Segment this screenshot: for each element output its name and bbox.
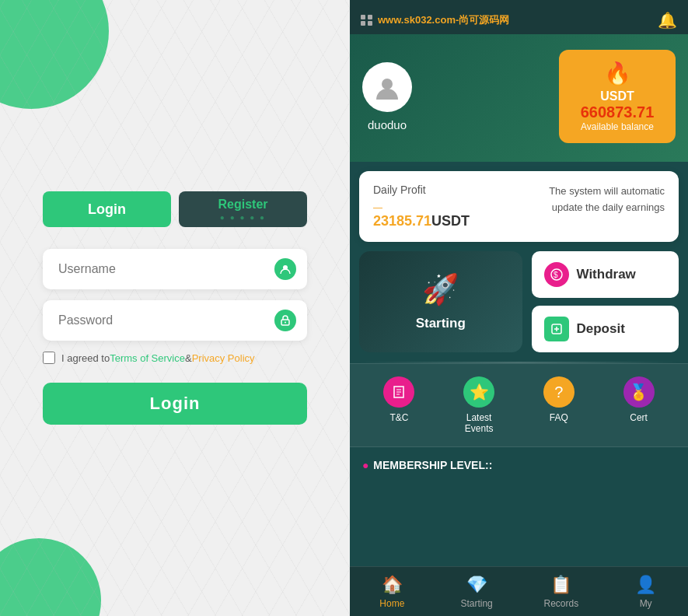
- url-bar: www.sk032.com-尚可源码网: [361, 13, 509, 27]
- tab-login-button[interactable]: Login: [43, 191, 171, 227]
- register-label: Register: [218, 198, 267, 211]
- bottom-nav-records[interactable]: 📋 Records: [519, 575, 604, 609]
- right-actions: $ Withdraw Deposit: [532, 251, 679, 352]
- grid-icon: [361, 15, 373, 26]
- flame-icon: 🔥: [604, 61, 631, 86]
- tnc-label: T&C: [389, 412, 408, 423]
- deposit-label: Deposit: [577, 321, 625, 337]
- events-label: LatestEvents: [465, 412, 494, 434]
- home-icon: 🏠: [382, 575, 403, 595]
- login-box: Login Register ● ● ● ● ●: [43, 191, 307, 425]
- terms-checkbox[interactable]: [43, 352, 55, 364]
- starting-button[interactable]: 🚀 Starting: [359, 251, 522, 352]
- profile-section: duoduo 🔥 USDT 660873.71 Available balanc…: [350, 34, 688, 162]
- tab-row: Login Register ● ● ● ● ●: [43, 191, 307, 227]
- right-panel: www.sk032.com-尚可源码网 🔔 duoduo 🔥 USDT 6608…: [350, 0, 688, 616]
- bottom-nav-my[interactable]: 👤 My: [603, 575, 688, 609]
- profit-description: The system will automatic update the dai…: [540, 184, 665, 216]
- membership-title-text: MEMBERSHIP LEVEL::: [373, 459, 492, 471]
- profit-dash: —: [373, 202, 470, 213]
- left-panel: Login Register ● ● ● ● ●: [0, 0, 350, 616]
- svg-point-2: [285, 322, 286, 324]
- faq-icon: ?: [543, 376, 574, 408]
- terms-row: I agreed to Terms of Service & Privacy P…: [43, 352, 307, 364]
- nav-item-faq[interactable]: ? FAQ: [543, 376, 574, 434]
- action-section: 🚀 Starting $ Withdraw: [359, 251, 679, 352]
- cert-label: Cert: [630, 412, 648, 423]
- usdt-amount: 660873.71: [581, 103, 655, 121]
- my-label: My: [640, 598, 652, 609]
- profile-left: duoduo: [362, 62, 412, 131]
- username-wrapper: [43, 249, 307, 289]
- password-icon: [274, 310, 296, 331]
- deposit-icon: [544, 317, 569, 341]
- starting-nav-icon: 💎: [466, 575, 487, 595]
- url-text: www.sk032.com-尚可源码网: [378, 13, 509, 27]
- profit-amount: 23185.71USDT: [373, 213, 470, 229]
- records-icon: 📋: [550, 575, 571, 595]
- terms-normal: I agreed to: [61, 352, 110, 364]
- home-label: Home: [379, 598, 404, 609]
- svg-point-3: [382, 79, 393, 89]
- records-label: Records: [544, 598, 579, 609]
- cert-icon: 🏅: [623, 376, 655, 408]
- profit-card: Daily Profit — 23185.71USDT The system w…: [359, 171, 679, 242]
- nav-item-cert[interactable]: 🏅 Cert: [623, 376, 655, 434]
- available-label: Available balance: [581, 121, 654, 132]
- events-icon: ⭐: [463, 376, 494, 408]
- usdt-label: USDT: [600, 89, 634, 103]
- membership-dot: ●: [362, 459, 368, 471]
- nav-item-events[interactable]: ⭐ LatestEvents: [463, 376, 494, 434]
- my-icon: 👤: [635, 575, 656, 595]
- username-input[interactable]: [43, 249, 307, 289]
- rocket-icon: 🚀: [422, 272, 459, 306]
- password-wrapper: [43, 300, 307, 341]
- withdraw-label: Withdraw: [577, 267, 636, 282]
- withdraw-button[interactable]: $ Withdraw: [532, 251, 679, 298]
- password-input[interactable]: [43, 300, 307, 341]
- membership-title: ● MEMBERSHIP LEVEL::: [362, 459, 492, 471]
- privacy-policy-link[interactable]: Privacy Policy: [192, 352, 255, 364]
- faq-label: FAQ: [550, 412, 568, 423]
- profit-number: 23185.71: [373, 213, 431, 229]
- starting-label: Starting: [416, 316, 466, 331]
- avatar: [362, 62, 412, 112]
- deposit-button[interactable]: Deposit: [532, 306, 679, 352]
- profit-label: Daily Profit: [373, 184, 470, 196]
- login-submit-button[interactable]: Login: [43, 383, 307, 425]
- bottom-nav-home[interactable]: 🏠 Home: [350, 575, 435, 609]
- username-icon: [274, 258, 296, 280]
- register-dots: ● ● ● ● ●: [179, 213, 307, 222]
- tab-register-button[interactable]: Register ● ● ● ● ●: [179, 191, 307, 227]
- nav-item-tnc[interactable]: T&C: [383, 376, 414, 434]
- right-header: www.sk032.com-尚可源码网 🔔: [350, 0, 688, 34]
- membership-section: ● MEMBERSHIP LEVEL::: [350, 447, 688, 483]
- starting-nav-label: Starting: [460, 598, 492, 609]
- profit-unit: USDT: [431, 213, 470, 229]
- profit-left: Daily Profit — 23185.71USDT: [373, 184, 470, 229]
- withdraw-icon: $: [544, 262, 569, 287]
- bell-icon[interactable]: 🔔: [658, 11, 677, 30]
- bottom-nav-starting[interactable]: 💎 Starting: [435, 575, 519, 609]
- terms-of-service-link[interactable]: Terms of Service: [110, 352, 185, 364]
- svg-text:$: $: [554, 271, 558, 279]
- username-display: duoduo: [368, 118, 407, 131]
- quick-nav: T&C ⭐ LatestEvents ? FAQ 🏅 Cert: [350, 363, 688, 447]
- tnc-icon: [383, 376, 414, 408]
- bottom-nav: 🏠 Home 💎 Starting 📋 Records 👤 My: [350, 566, 688, 616]
- usdt-card: 🔥 USDT 660873.71 Available balance: [559, 50, 676, 143]
- terms-ampersand: &: [185, 352, 192, 364]
